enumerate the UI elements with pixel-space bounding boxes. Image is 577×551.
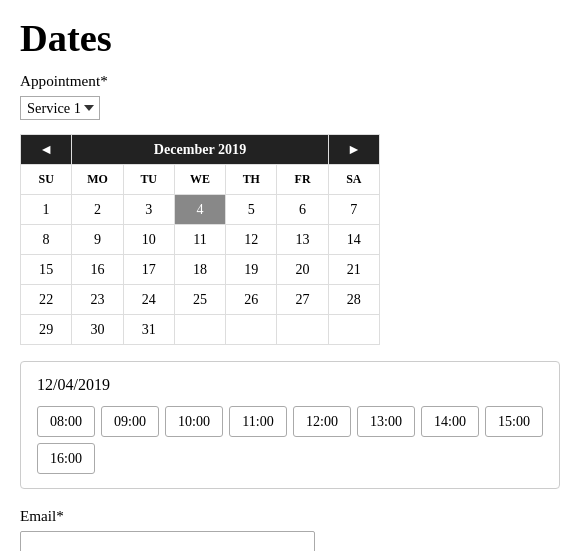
selected-date: 12/04/2019: [37, 376, 543, 394]
calendar-week: 293031: [21, 315, 380, 345]
day-header-th: TH: [226, 165, 277, 195]
calendar-day[interactable]: 6: [277, 195, 328, 225]
calendar-day[interactable]: 17: [123, 255, 174, 285]
calendar-day[interactable]: 18: [174, 255, 225, 285]
calendar-day[interactable]: 24: [123, 285, 174, 315]
calendar-day[interactable]: 8: [21, 225, 72, 255]
calendar: ◄ December 2019 ► SUMOTUWETHFRSA 1234567…: [20, 134, 380, 345]
day-headers-row: SUMOTUWETHFRSA: [21, 165, 380, 195]
day-header-su: SU: [21, 165, 72, 195]
day-header-mo: MO: [72, 165, 123, 195]
calendar-day[interactable]: 13: [277, 225, 328, 255]
calendar-day[interactable]: 10: [123, 225, 174, 255]
page-title: Dates: [20, 16, 557, 60]
day-header-tu: TU: [123, 165, 174, 195]
calendar-month-year: December 2019: [72, 135, 328, 165]
calendar-day[interactable]: 25: [174, 285, 225, 315]
calendar-day[interactable]: 30: [72, 315, 123, 345]
time-slot[interactable]: 08:00: [37, 406, 95, 437]
appointment-label: Appointment*: [20, 72, 557, 90]
calendar-day[interactable]: 11: [174, 225, 225, 255]
calendar-week: 22232425262728: [21, 285, 380, 315]
calendar-day[interactable]: 23: [72, 285, 123, 315]
time-slot[interactable]: 15:00: [485, 406, 543, 437]
calendar-prev[interactable]: ◄: [21, 135, 72, 165]
calendar-day[interactable]: 2: [72, 195, 123, 225]
calendar-day[interactable]: 7: [328, 195, 379, 225]
day-header-fr: FR: [277, 165, 328, 195]
day-header-we: WE: [174, 165, 225, 195]
calendar-day[interactable]: 20: [277, 255, 328, 285]
calendar-day[interactable]: 26: [226, 285, 277, 315]
calendar-day[interactable]: 28: [328, 285, 379, 315]
calendar-day[interactable]: 3: [123, 195, 174, 225]
calendar-day[interactable]: 1: [21, 195, 72, 225]
day-header-sa: SA: [328, 165, 379, 195]
calendar-body: 1234567891011121314151617181920212223242…: [21, 195, 380, 345]
calendar-day[interactable]: 16: [72, 255, 123, 285]
calendar-day-empty: [328, 315, 379, 345]
calendar-day[interactable]: 21: [328, 255, 379, 285]
time-slot[interactable]: 09:00: [101, 406, 159, 437]
time-slot[interactable]: 16:00: [37, 443, 95, 474]
calendar-day[interactable]: 29: [21, 315, 72, 345]
calendar-day[interactable]: 4: [174, 195, 225, 225]
time-slots: 08:0009:0010:0011:0012:0013:0014:0015:00…: [37, 406, 543, 474]
calendar-day[interactable]: 5: [226, 195, 277, 225]
calendar-week: 891011121314: [21, 225, 380, 255]
email-input[interactable]: [20, 531, 315, 551]
date-time-box: 12/04/2019 08:0009:0010:0011:0012:0013:0…: [20, 361, 560, 489]
calendar-day[interactable]: 19: [226, 255, 277, 285]
calendar-day[interactable]: 27: [277, 285, 328, 315]
calendar-day-empty: [226, 315, 277, 345]
calendar-day-empty: [174, 315, 225, 345]
calendar-day[interactable]: 12: [226, 225, 277, 255]
time-slot[interactable]: 11:00: [229, 406, 287, 437]
time-slot[interactable]: 10:00: [165, 406, 223, 437]
calendar-day[interactable]: 14: [328, 225, 379, 255]
calendar-header: ◄ December 2019 ►: [21, 135, 380, 165]
calendar-day[interactable]: 15: [21, 255, 72, 285]
email-label: Email*: [20, 507, 557, 525]
service-select[interactable]: Service 1Service 2Service 3: [20, 96, 100, 120]
calendar-day[interactable]: 22: [21, 285, 72, 315]
time-slot[interactable]: 13:00: [357, 406, 415, 437]
calendar-next[interactable]: ►: [328, 135, 379, 165]
time-slot[interactable]: 12:00: [293, 406, 351, 437]
calendar-day[interactable]: 9: [72, 225, 123, 255]
calendar-day[interactable]: 31: [123, 315, 174, 345]
calendar-week: 15161718192021: [21, 255, 380, 285]
time-slot[interactable]: 14:00: [421, 406, 479, 437]
calendar-day-empty: [277, 315, 328, 345]
calendar-week: 1234567: [21, 195, 380, 225]
